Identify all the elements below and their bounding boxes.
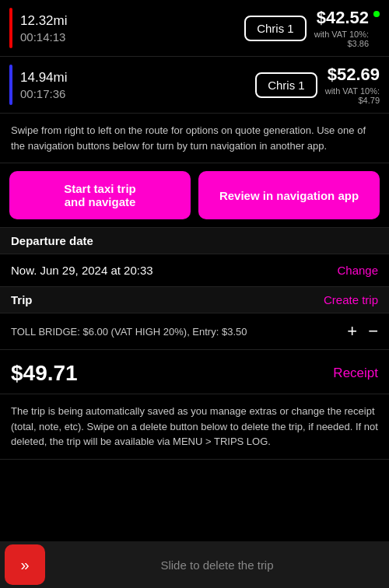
route-price-main-1: $42.52 xyxy=(314,8,369,28)
route-price-vat-1: with VAT 10%:$3.86 xyxy=(314,30,369,48)
route-bar-2 xyxy=(9,65,12,105)
route-badge-1[interactable]: Chris 1 xyxy=(244,16,307,41)
info-text: Swipe from right to left on the route fo… xyxy=(11,123,378,153)
toll-controls: + − xyxy=(347,323,378,340)
trip-label: Trip xyxy=(11,293,33,306)
departure-date: Now. Jun 29, 2024 at 20:33 xyxy=(11,264,153,277)
slide-delete-label: Slide to delete the trip xyxy=(45,558,389,572)
receipt-button[interactable]: Receipt xyxy=(333,366,378,381)
route-distance-2: 14.94mi xyxy=(20,70,247,86)
online-dot xyxy=(373,11,380,17)
info-section: Swipe from right to left on the route fo… xyxy=(0,114,389,163)
departure-section-header: Departure date xyxy=(0,228,389,254)
route-row-1[interactable]: 12.32mi 00:14:13 Chris 1 $42.52 with VAT… xyxy=(0,0,389,57)
toll-row: TOLL BRIDGE: $6.00 (VAT HIGH 20%), Entry… xyxy=(0,313,389,350)
review-navigation-button[interactable]: Review in navigation app xyxy=(198,171,380,219)
slide-handle[interactable]: » xyxy=(5,544,45,585)
trip-section-header: Trip Create trip xyxy=(0,287,389,313)
toll-text: TOLL BRIDGE: $6.00 (VAT HIGH 20%), Entry… xyxy=(11,326,339,338)
route-distance-1: 12.32mi xyxy=(20,13,237,29)
route-badge-2[interactable]: Chris 1 xyxy=(255,72,317,98)
nav-buttons-container: Start taxi tripand navigate Review in na… xyxy=(0,163,389,228)
route-price-vat-2: with VAT 10%:$4.79 xyxy=(325,86,380,105)
toll-add-button[interactable]: + xyxy=(347,323,357,340)
route-time-1: 00:14:13 xyxy=(20,30,237,44)
route-price-main-2: $52.69 xyxy=(325,65,380,85)
start-taxi-button[interactable]: Start taxi tripand navigate xyxy=(9,171,191,219)
route-price-2: $52.69 with VAT 10%:$4.79 xyxy=(325,65,380,105)
slide-delete-bar[interactable]: » Slide to delete the trip xyxy=(0,541,389,588)
route-info-2: 14.94mi 00:17:36 xyxy=(20,70,247,100)
route-time-2: 00:17:36 xyxy=(20,87,247,100)
change-departure-button[interactable]: Change xyxy=(337,264,378,277)
route-info-1: 12.32mi 00:14:13 xyxy=(20,13,237,44)
route-price-1: $42.52 with VAT 10%:$3.86 xyxy=(314,8,369,48)
route-row-2[interactable]: 14.94mi 00:17:36 Chris 1 $52.69 with VAT… xyxy=(0,57,389,114)
total-amount: $49.71 xyxy=(11,361,78,386)
auto-save-section: The trip is being automatically saved as… xyxy=(0,394,389,460)
toll-remove-button[interactable]: − xyxy=(368,323,378,340)
route-bar-1 xyxy=(9,8,12,48)
auto-save-text: The trip is being automatically saved as… xyxy=(11,404,378,450)
chevron-right-icon: » xyxy=(20,556,29,574)
departure-row: Now. Jun 29, 2024 at 20:33 Change xyxy=(0,254,389,287)
total-row: $49.71 Receipt xyxy=(0,350,389,394)
create-trip-button[interactable]: Create trip xyxy=(324,293,378,306)
